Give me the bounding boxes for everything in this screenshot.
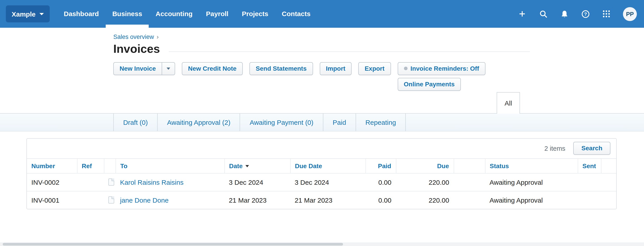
cell-date: 3 Dec 2024 [224,173,290,191]
invoice-tabs: All Draft (0) Awaiting Approval (2) Awai… [0,92,644,132]
invoice-reminders-button[interactable]: Invoice Reminders: Off [398,62,486,75]
page-title: Invoices [113,42,160,56]
document-icon[interactable] [108,179,114,186]
search-button[interactable]: Search [574,142,610,155]
sort-desc-icon [246,165,249,167]
tab-awaiting-payment[interactable]: Awaiting Payment (0) [240,114,323,131]
title-divider [169,51,530,52]
app-window: Xample Dashboard Business Accounting Pay… [0,0,644,246]
top-navbar: Xample Dashboard Business Accounting Pay… [0,0,644,28]
column-due-date[interactable]: Due Date [290,159,366,173]
nav-item-dashboard[interactable]: Dashboard [57,0,106,28]
cell-ref [77,173,104,191]
tab-paid[interactable]: Paid [323,114,356,131]
send-statements-button[interactable]: Send Statements [250,62,313,75]
new-credit-note-button[interactable]: New Credit Note [182,62,243,75]
cell-sent [578,173,601,191]
tab-awaiting-approval[interactable]: Awaiting Approval (2) [158,114,240,131]
column-ref[interactable]: Ref [77,159,104,173]
column-sent[interactable]: Sent [578,159,601,173]
reminders-payments-group: Invoice Reminders: Off Online Payments [398,62,486,91]
search-icon[interactable] [539,9,548,18]
column-number[interactable]: Number [27,159,77,173]
scrollbar-thumb[interactable] [3,243,343,246]
online-payments-button[interactable]: Online Payments [398,78,461,91]
cell-ref [77,191,104,209]
contact-link[interactable]: Karol Raisins Raisins [120,179,184,186]
cell-status: Awaiting Approval [485,191,578,209]
table-header-row: Number Ref To Date Due Date Paid Due Sta… [27,159,616,173]
cell-number: INV-0002 [27,173,77,191]
column-to[interactable]: To [116,159,224,173]
cell-number: INV-0001 [27,191,77,209]
new-invoice-split-button: New Invoice [113,62,175,75]
new-invoice-menu-button[interactable] [162,62,175,75]
import-button[interactable]: Import [320,62,352,75]
bell-icon[interactable] [560,9,569,18]
cell-paid: 0.00 [366,173,396,191]
cell-attachment [104,173,116,191]
column-status[interactable]: Status [485,159,578,173]
column-spacer [454,159,485,173]
invoice-row[interactable]: INV-0001 jane Done Done 21 Mar 2023 21 M… [27,191,616,209]
nav-item-accounting[interactable]: Accounting [149,0,199,28]
cell-due: 220.00 [396,173,454,191]
nav-item-contacts[interactable]: Contacts [275,0,317,28]
export-button[interactable]: Export [358,62,391,75]
cell-due-date: 3 Dec 2024 [290,173,366,191]
column-date[interactable]: Date [224,159,290,173]
column-attachment-spacer [104,159,116,173]
cell-spacer [454,191,485,209]
cell-trailing [601,191,616,209]
column-trailing-spacer [601,159,616,173]
tab-repeating[interactable]: Repeating [356,114,406,131]
plus-icon[interactable] [518,9,527,18]
new-invoice-button[interactable]: New Invoice [113,62,162,75]
cell-to: jane Done Done [116,191,224,209]
nav-item-business[interactable]: Business [106,0,149,28]
breadcrumb: Sales overview› [113,33,530,40]
column-paid[interactable]: Paid [366,159,396,173]
breadcrumb-separator: › [157,33,159,40]
invoices-table: Number Ref To Date Due Date Paid Due Sta… [27,158,616,209]
page-header: Sales overview› Invoices New Invoice New… [113,33,530,91]
nav-item-projects[interactable]: Projects [235,0,275,28]
items-count: 2 items [544,145,566,152]
cell-status: Awaiting Approval [485,173,578,191]
tab-all[interactable]: All [497,92,520,114]
help-icon[interactable]: ? [581,9,590,18]
org-name: Xample [12,10,36,18]
invoice-actions-toolbar: New Invoice New Credit Note Send Stateme… [113,62,530,91]
cell-to: Karol Raisins Raisins [116,173,224,191]
invoice-reminders-label: Invoice Reminders: Off [410,65,479,72]
cell-paid: 0.00 [366,191,396,209]
nav-item-payroll[interactable]: Payroll [199,0,235,28]
tab-strip-inner: Draft (0) Awaiting Approval (2) Awaiting… [113,114,644,131]
column-due[interactable]: Due [396,159,454,173]
document-icon[interactable] [108,197,114,204]
horizontal-scrollbar[interactable] [0,243,644,246]
chevron-down-icon [40,13,44,15]
invoices-table-panel: 2 items Search Number Ref To Date Due Da… [26,138,617,209]
cell-attachment [104,191,116,209]
main-nav: Dashboard Business Accounting Payroll Pr… [57,0,317,28]
tab-draft[interactable]: Draft (0) [113,114,158,131]
cell-due: 220.00 [396,191,454,209]
svg-text:?: ? [584,11,587,16]
navbar-icons: ? PP [518,7,637,21]
table-toolbar: 2 items Search [27,139,616,158]
apps-grid-icon[interactable] [602,9,611,18]
breadcrumb-sales-overview-link[interactable]: Sales overview [113,33,154,40]
contact-link[interactable]: jane Done Done [120,196,168,204]
org-switcher-button[interactable]: Xample [6,5,50,22]
chevron-down-icon [166,67,170,70]
cell-trailing [601,173,616,191]
user-avatar[interactable]: PP [623,7,637,21]
cell-due-date: 21 Mar 2023 [290,191,366,209]
cell-date: 21 Mar 2023 [224,191,290,209]
tab-strip: Draft (0) Awaiting Approval (2) Awaiting… [0,113,644,132]
invoice-row[interactable]: INV-0002 Karol Raisins Raisins 3 Dec 202… [27,173,616,191]
column-date-label: Date [229,162,243,170]
cell-sent [578,191,601,209]
title-row: Invoices [113,40,530,56]
